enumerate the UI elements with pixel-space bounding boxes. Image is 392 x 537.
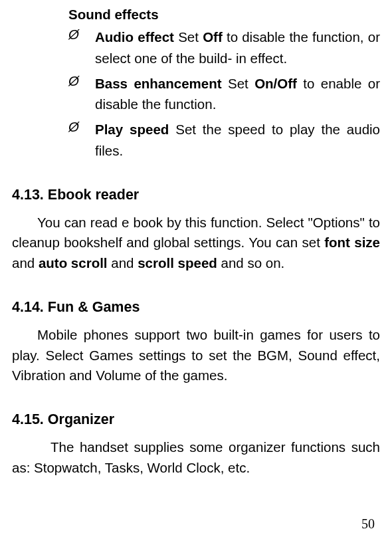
list-item-text: Play speed Set the speed to play the aud… [95,119,380,161]
item-label: Audio effect [95,29,174,45]
page-number: 50 [361,516,375,532]
ebook-b2: auto scroll [39,255,108,270]
ebook-b1: font size [324,235,380,250]
item-label: Play speed [95,122,169,137]
sound-effects-title-wrap: Sound effects [68,7,380,23]
ebook-b3: scroll speed [138,255,217,270]
ebook-p4: and so on. [217,255,284,270]
item-bold: Off [203,29,223,45]
list-item: Ø Audio effect Set Off to disable the fu… [68,27,380,69]
bullet-icon: Ø [68,27,95,69]
ebook-p3: and [108,255,138,270]
item-pre: Set [178,29,203,45]
list-item-text: Bass enhancement Set On/Off to enable or… [95,73,380,116]
item-label: Bass enhancement [95,76,222,91]
item-spacer [169,122,175,137]
item-spacer [222,76,228,91]
item-pre: Set [228,76,254,91]
organizer-paragraph: The handset supplies some organizer func… [12,437,380,479]
document-page: Sound effects Ø Audio effect Set Off to … [0,7,392,537]
list-item: Ø Bass enhancement Set On/Off to enable … [68,73,380,116]
bullet-icon: Ø [68,73,95,116]
sound-effects-list: Ø Audio effect Set Off to disable the fu… [68,27,380,161]
heading-ebook: 4.13. Ebook reader [12,187,380,203]
ebook-paragraph: You can read e book by this function. Se… [12,213,380,274]
bullet-icon: Ø [68,119,95,161]
ebook-p2: and [12,255,39,270]
item-bold: On/Off [254,76,297,91]
heading-organizer: 4.15. Organizer [12,411,380,428]
heading-fun: 4.14. Fun & Games [12,299,380,316]
fun-paragraph: Mobile phones support two built-in games… [12,325,380,386]
sound-effects-title: Sound effects [68,7,159,22]
list-item-text: Audio effect Set Off to disable the func… [95,27,380,69]
list-item: Ø Play speed Set the speed to play the a… [68,119,380,161]
